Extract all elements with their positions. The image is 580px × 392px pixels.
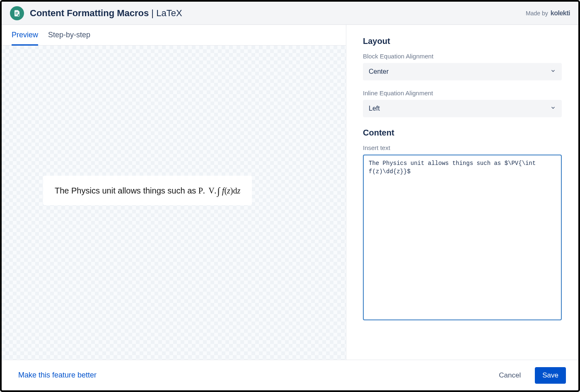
- app-name: Content Formatting Macros: [30, 8, 149, 18]
- preview-z2: z: [237, 186, 241, 195]
- preview-d: d: [233, 186, 237, 195]
- preview-paren-close: ): [230, 186, 233, 195]
- preview-output: The Physics unit allows things such as P…: [43, 176, 252, 205]
- preview-area: The Physics unit allows things such as P…: [2, 46, 346, 360]
- preview-pv: P. V.: [198, 186, 217, 195]
- tab-preview[interactable]: Preview: [12, 31, 38, 46]
- insert-text-textarea[interactable]: [363, 155, 562, 320]
- preview-text-prefix: The Physics unit allows things such as: [55, 186, 198, 195]
- preview-integral-symbol: ∫: [217, 186, 220, 197]
- block-alignment-value: Center: [369, 68, 389, 75]
- made-by-prefix: Made by: [526, 10, 548, 17]
- inline-alignment-label: Inline Equation Alignment: [363, 90, 562, 97]
- footer-bar: Make this feature better Cancel Save: [2, 360, 578, 390]
- content-section-title: Content: [363, 128, 562, 138]
- block-alignment-label: Block Equation Alignment: [363, 53, 562, 60]
- block-alignment-select[interactable]: Center: [363, 63, 562, 80]
- cancel-button[interactable]: Cancel: [491, 367, 528, 384]
- inline-alignment-select[interactable]: Left: [363, 100, 562, 117]
- svg-rect-1: [15, 13, 18, 13]
- insert-text-label: Insert text: [363, 144, 562, 151]
- brand-name: kolekti: [551, 10, 570, 17]
- app-icon: [10, 6, 24, 20]
- svg-point-3: [17, 14, 19, 16]
- left-pane: Preview Step-by-step The Physics unit al…: [2, 25, 346, 360]
- made-by: Made by kolekti: [526, 10, 570, 17]
- inline-alignment-value: Left: [369, 105, 380, 112]
- save-button[interactable]: Save: [535, 367, 566, 384]
- header-title-group: Content Formatting Macros | LaTeX: [30, 8, 182, 19]
- svg-rect-0: [15, 12, 18, 12]
- chevron-down-icon: [550, 68, 556, 75]
- main-split: Preview Step-by-step The Physics unit al…: [2, 25, 578, 360]
- feedback-link[interactable]: Make this feature better: [18, 371, 97, 380]
- document-gear-icon: [13, 10, 21, 17]
- chevron-down-icon: [550, 105, 556, 112]
- preview-z1: z: [227, 186, 230, 195]
- title-separator: |: [149, 8, 156, 18]
- tab-step-by-step[interactable]: Step-by-step: [48, 31, 90, 46]
- tabs: Preview Step-by-step: [2, 25, 346, 46]
- right-pane: Layout Block Equation Alignment Center I…: [346, 25, 578, 360]
- header-bar: Content Formatting Macros | LaTeX Made b…: [2, 2, 578, 25]
- layout-section-title: Layout: [363, 36, 562, 46]
- macro-name: LaTeX: [156, 8, 182, 18]
- svg-rect-2: [15, 14, 17, 14]
